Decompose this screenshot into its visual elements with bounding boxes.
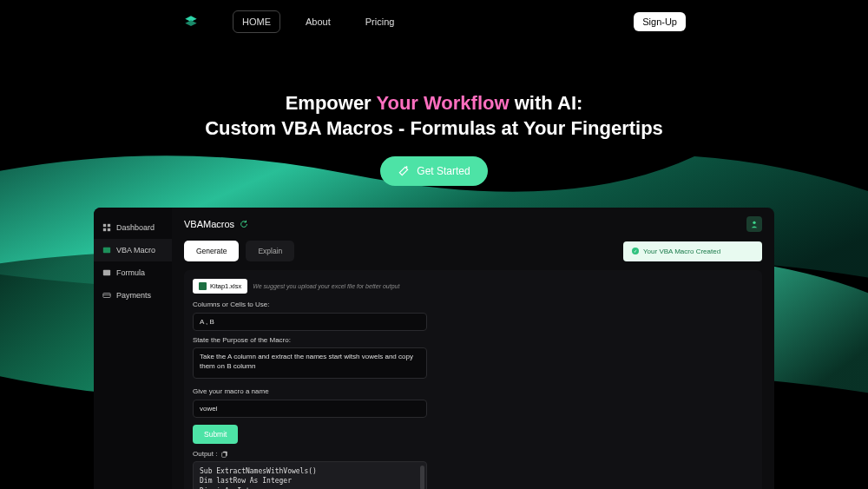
main-panel: VBAMacros Generate Explain ✓ Your VBA Ma…	[172, 208, 774, 489]
copy-icon[interactable]	[221, 451, 228, 458]
output-code[interactable]: Sub ExtractNamesWithVowels() Dim lastRow…	[193, 461, 427, 489]
hero: Empower Your Workflow with AI: Custom VB…	[0, 91, 868, 186]
page-title: VBAMacros	[184, 219, 248, 229]
submit-button[interactable]: Submit	[193, 425, 238, 444]
sidebar-item-label: VBA Macro	[116, 246, 155, 254]
svg-rect-2	[103, 228, 106, 231]
excel-file-icon	[199, 282, 207, 290]
sidebar: Dashboard VBA Macro Formula Payments	[94, 208, 172, 489]
svg-rect-10	[222, 453, 227, 457]
macro-name-input[interactable]	[193, 400, 427, 418]
nav-home[interactable]: HOME	[233, 10, 280, 33]
card-icon	[102, 291, 111, 300]
logo-icon	[182, 13, 200, 30]
wand-icon	[398, 165, 410, 177]
output-label: Output :	[193, 450, 753, 458]
app-preview: Dashboard VBA Macro Formula Payments VBA…	[94, 208, 774, 489]
user-avatar[interactable]	[746, 216, 762, 232]
sidebar-item-label: Dashboard	[116, 223, 155, 232]
file-chip[interactable]: Kitap1.xlsx	[193, 279, 247, 294]
refresh-icon[interactable]	[240, 220, 248, 228]
sidebar-item-label: Payments	[116, 291, 151, 300]
label-macro-name: Give your macro a name	[193, 387, 753, 395]
svg-point-8	[753, 221, 755, 224]
sidebar-item-vba-macro[interactable]: VBA Macro	[94, 239, 172, 261]
sidebar-item-label: Formula	[116, 268, 145, 277]
svg-rect-1	[108, 224, 110, 227]
nav-pricing[interactable]: Pricing	[356, 10, 404, 33]
hero-heading: Empower Your Workflow with AI: Custom VB…	[0, 91, 868, 141]
signup-button[interactable]: Sign-Up	[634, 12, 686, 31]
sidebar-item-dashboard[interactable]: Dashboard	[94, 216, 172, 239]
svg-rect-4	[103, 248, 110, 254]
label-purpose: State the Purpose of the Macro:	[193, 336, 753, 344]
scrollbar[interactable]	[420, 466, 424, 489]
nav-about[interactable]: About	[296, 10, 340, 33]
svg-rect-3	[108, 228, 110, 231]
excel-icon	[102, 246, 111, 254]
dashboard-icon	[102, 223, 111, 232]
user-icon	[750, 220, 759, 228]
purpose-textarea[interactable]: Take the A column and extract the names …	[193, 347, 427, 379]
top-nav: HOME About Pricing Sign-Up	[0, 0, 868, 43]
label-columns: Columns or Cells to Use:	[193, 301, 753, 308]
columns-input[interactable]	[193, 313, 427, 331]
tab-explain[interactable]: Explain	[246, 241, 294, 261]
toast-success: ✓ Your VBA Macro Created	[623, 241, 762, 261]
tab-generate[interactable]: Generate	[184, 241, 239, 261]
sidebar-item-payments[interactable]: Payments	[94, 284, 172, 307]
formula-icon	[102, 268, 111, 277]
upload-hint: We suggest you upload your excel file fo…	[253, 283, 399, 289]
svg-rect-5	[103, 270, 110, 276]
sidebar-item-formula[interactable]: Formula	[94, 261, 172, 284]
form-content: Kitap1.xlsx We suggest you upload your e…	[184, 270, 762, 489]
svg-rect-0	[103, 224, 106, 227]
check-icon: ✓	[632, 248, 639, 254]
get-started-button[interactable]: Get Started	[380, 156, 487, 186]
